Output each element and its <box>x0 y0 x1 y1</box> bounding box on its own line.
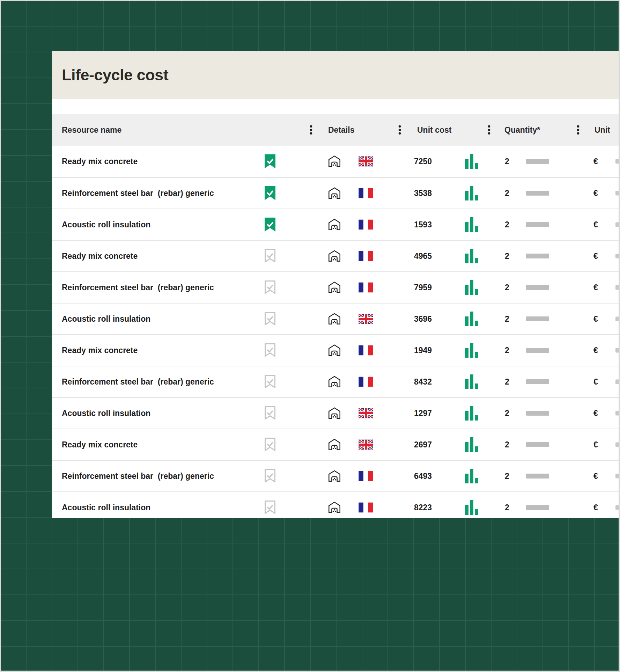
column-header-quantity[interactable]: Quantity* <box>504 125 540 135</box>
quantity-skeleton-bar <box>526 285 549 290</box>
quantity-skeleton-bar <box>526 442 549 447</box>
quantity-value: 2 <box>505 283 509 292</box>
quantity-skeleton-bar <box>526 191 549 196</box>
bookmark-unchecked-icon[interactable] <box>265 375 275 389</box>
column-menu-icon[interactable] <box>310 125 312 135</box>
bar-chart-icon[interactable] <box>465 343 478 358</box>
bookmark-unchecked-icon[interactable] <box>265 469 275 483</box>
flag-fr-icon <box>359 220 373 230</box>
bar-chart-icon[interactable] <box>465 406 478 421</box>
warehouse-icon[interactable] <box>327 343 341 357</box>
unit-currency: € <box>593 346 598 355</box>
bar-chart-icon[interactable] <box>465 280 478 295</box>
resource-name: Reinforcement steel bar (rebar) generic <box>62 472 214 481</box>
resource-name: Ready mix concrete <box>62 346 138 355</box>
flag-fr-icon <box>359 188 373 198</box>
unit-currency: € <box>593 503 598 512</box>
quantity-skeleton-bar <box>526 348 549 353</box>
table-row: Acoustic roll insulation <box>52 209 619 240</box>
unit-cost-value: 7250 <box>414 157 432 166</box>
warehouse-icon[interactable] <box>327 438 341 452</box>
skeleton-square <box>615 317 619 321</box>
column-menu-icon[interactable] <box>398 125 401 135</box>
unit-currency: € <box>593 189 598 198</box>
bar-chart-icon[interactable] <box>465 374 478 389</box>
table-row: Reinforcement steel bar (rebar) generic <box>52 177 619 209</box>
table-row: Acoustic roll insulation <box>52 397 619 429</box>
flag-gb-icon <box>359 156 373 167</box>
quantity-skeleton-bar <box>526 159 549 164</box>
bar-chart-icon[interactable] <box>465 186 478 200</box>
table-header-row: Resource name Details Unit cost Quantity… <box>52 114 619 146</box>
quantity-value: 2 <box>505 346 509 355</box>
flag-gb-icon <box>359 314 373 324</box>
unit-cost-value: 7959 <box>414 283 432 292</box>
bar-chart-icon[interactable] <box>465 154 478 169</box>
unit-currency: € <box>593 472 598 481</box>
skeleton-square <box>615 285 619 290</box>
unit-currency: € <box>593 409 598 418</box>
resource-name: Acoustic roll insulation <box>62 409 150 418</box>
bar-chart-icon[interactable] <box>465 249 478 263</box>
table-row: Ready mix concrete <box>52 334 619 366</box>
skeleton-square <box>615 505 619 510</box>
unit-cost-value: 3538 <box>414 189 432 198</box>
unit-cost-value: 3696 <box>414 314 432 324</box>
column-header-resource-name[interactable]: Resource name <box>62 125 121 135</box>
bookmark-unchecked-icon[interactable] <box>265 280 275 294</box>
column-header-details[interactable]: Details <box>328 125 354 135</box>
column-header-unit[interactable]: Unit <box>595 125 610 135</box>
quantity-skeleton-bar <box>526 474 549 479</box>
bar-chart-icon[interactable] <box>465 500 478 515</box>
skeleton-square <box>615 222 619 227</box>
warehouse-icon[interactable] <box>327 249 341 263</box>
warehouse-icon[interactable] <box>327 218 341 232</box>
bar-chart-icon[interactable] <box>465 312 478 326</box>
unit-cost-value: 6493 <box>414 472 432 481</box>
bookmark-checked-icon[interactable] <box>265 154 275 168</box>
bookmark-unchecked-icon[interactable] <box>265 438 275 452</box>
warehouse-icon[interactable] <box>327 406 341 420</box>
quantity-value: 2 <box>505 220 509 229</box>
unit-currency: € <box>593 220 598 229</box>
bookmark-unchecked-icon[interactable] <box>265 249 275 263</box>
resource-name: Reinforcement steel bar (rebar) generic <box>62 189 214 198</box>
quantity-value: 2 <box>505 157 509 166</box>
bar-chart-icon[interactable] <box>465 469 478 483</box>
lifecycle-cost-panel: Life-cycle cost Resource name Details Un… <box>52 51 619 518</box>
skeleton-square <box>615 159 619 164</box>
warehouse-icon[interactable] <box>327 469 341 483</box>
bookmark-checked-icon[interactable] <box>265 186 275 200</box>
warehouse-icon[interactable] <box>327 154 341 168</box>
resource-name: Ready mix concrete <box>62 157 138 166</box>
table-row: Acoustic roll insulation <box>52 303 619 334</box>
warehouse-icon[interactable] <box>327 375 341 389</box>
unit-cost-value: 1297 <box>414 409 432 418</box>
unit-cost-value: 1949 <box>414 346 432 355</box>
resource-name: Reinforcement steel bar (rebar) generic <box>62 377 214 387</box>
flag-fr-icon <box>359 471 373 481</box>
warehouse-icon[interactable] <box>327 280 341 294</box>
bookmark-unchecked-icon[interactable] <box>265 312 275 326</box>
table-row: Reinforcement steel bar (rebar) generic <box>52 366 619 397</box>
bar-chart-icon[interactable] <box>465 217 478 232</box>
window-edge-top <box>0 0 620 1</box>
flag-fr-icon <box>359 377 373 387</box>
skeleton-square <box>615 443 619 447</box>
warehouse-icon[interactable] <box>327 186 341 200</box>
flag-fr-icon <box>359 251 373 261</box>
bookmark-checked-icon[interactable] <box>265 218 275 232</box>
column-header-unit-cost[interactable]: Unit cost <box>417 125 451 135</box>
unit-cost-value: 4965 <box>414 251 432 261</box>
skeleton-square <box>615 348 619 353</box>
bookmark-unchecked-icon[interactable] <box>265 406 275 420</box>
column-menu-icon[interactable] <box>488 125 490 135</box>
warehouse-icon[interactable] <box>327 501 341 514</box>
warehouse-icon[interactable] <box>327 312 341 326</box>
bookmark-unchecked-icon[interactable] <box>265 501 275 514</box>
bookmark-unchecked-icon[interactable] <box>265 343 275 357</box>
quantity-skeleton-bar <box>526 379 549 384</box>
unit-currency: € <box>593 251 598 261</box>
bar-chart-icon[interactable] <box>465 437 478 452</box>
column-menu-icon[interactable] <box>577 125 580 135</box>
